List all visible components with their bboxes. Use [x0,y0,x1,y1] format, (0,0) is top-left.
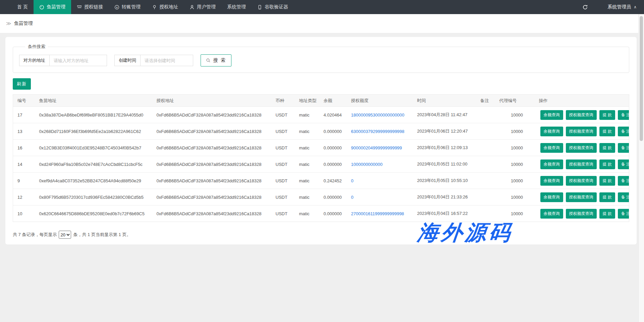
nav-item-label: 首 页 [17,4,28,10]
balance-query-button[interactable]: 余额查询 [540,192,563,202]
cell-balance: 4.020464 [319,107,347,123]
cell-remark [476,140,495,156]
cell-balance: 0.000000 [319,140,347,156]
cell-remark [476,173,495,189]
quota-link[interactable]: 1000000000000 [351,162,383,167]
counterparty-address-input[interactable] [49,55,107,66]
remark-button[interactable]: 备 注 [618,110,629,120]
table-row: 14 0xd24F960aF9a10B5c02e748E7cAcCbd8C11c… [13,156,629,173]
refresh-icon[interactable] [582,4,588,10]
nav-item-auth-address[interactable]: 授权地址 [146,0,184,14]
cell-quota: 0 [347,189,413,205]
remark-button[interactable]: 备 注 [618,192,629,202]
cell-fish-address: 0x268Dd71160F36Ef3b69fd5Ee2a1b62822A961C… [35,123,152,140]
cell-coin: USDT [271,107,295,123]
cell-time: 2023年01月04日 16:57:22 [413,205,476,222]
scrollbar-thumb[interactable] [640,16,643,141]
cell-id: 9 [13,173,35,189]
table-row: 13 0x268Dd71160F36Ef3b69fd5Ee2a1b62822A9… [13,123,629,140]
balance-query-button[interactable]: 余额查询 [540,209,563,219]
nav-item-label: 用户管理 [197,4,216,10]
cell-address-type: matic [295,107,319,123]
quota-query-button[interactable]: 授权额度查询 [566,176,597,186]
nav-item-google-authenticator[interactable]: 谷歌验证器 [252,0,294,14]
table-header-row: 编号 鱼苗地址 授权地址 币种 地址类型 余额 授权额度 时间 备注 代理编号 … [13,95,629,107]
refresh-button[interactable]: 刷新 [13,78,31,90]
quota-query-button[interactable]: 授权额度查询 [566,209,597,219]
cell-address-type: matic [295,140,319,156]
quota-query-button[interactable]: 授权额度查询 [566,127,597,136]
withdraw-button[interactable]: 提 款 [599,209,615,219]
remark-button[interactable]: 备 注 [618,127,629,136]
create-time-group: 创建时间 [114,55,193,66]
pagination: 共 7 条记录，每页显示 20 条，共 1 页当前显示第 1 页。 [13,231,629,239]
user-icon [190,5,195,10]
breadcrumb-label: 鱼苗管理 [14,20,33,27]
remark-button[interactable]: 备 注 [618,143,629,153]
quota-link[interactable]: 1800000953000000000000 [351,112,405,118]
cell-fish-address: 0x12C9B3E03ff4001Ed3E95248B7C45034f0B542… [35,140,152,156]
balance-query-button[interactable]: 余额查询 [540,176,563,186]
remark-button[interactable]: 备 注 [618,176,629,186]
balance-query-button[interactable]: 余额查询 [540,143,563,153]
vertical-scrollbar[interactable] [638,14,644,322]
quota-link[interactable]: 2700001611999999999998 [351,211,404,216]
cell-balance: 0.000000 [319,205,347,222]
search-panel: 条件搜索 对方的地址 创建时间 搜 索 [13,44,629,73]
quota-link[interactable]: 0 [351,178,354,183]
cell-time: 2023年04月28日 11:42:47 [413,107,476,123]
withdraw-button[interactable]: 提 款 [599,159,615,169]
cell-time: 2023年01月05日 11:02:00 [413,156,476,173]
quota-query-button[interactable]: 授权额度查询 [566,159,597,169]
balance-query-button[interactable]: 余额查询 [540,110,563,120]
cell-quota: 2700001611999999999998 [347,205,413,222]
nav-item-fish-management[interactable]: 鱼苗管理 [34,0,71,14]
withdraw-button[interactable]: 提 款 [599,143,615,153]
col-quota: 授权额度 [347,95,413,107]
cell-address-type: matic [295,189,319,205]
cell-id: 16 [13,140,35,156]
balance-query-button[interactable]: 余额查询 [540,159,563,169]
remark-button[interactable]: 备 注 [618,209,629,219]
barcode-icon [77,5,82,10]
nav-item-auth-links[interactable]: 授权链接 [71,0,109,14]
nav-item-home[interactable]: 首 页 [11,0,34,14]
col-remark: 备注 [476,95,495,107]
cell-quota: 6300003792999999999998 [347,123,413,140]
withdraw-button[interactable]: 提 款 [599,127,615,136]
cell-id: 14 [13,156,35,173]
cell-coin: USDT [271,189,295,205]
create-time-input[interactable] [140,55,193,66]
search-button[interactable]: 搜 索 [201,54,231,66]
quota-query-button[interactable]: 授权额度查询 [566,110,597,120]
withdraw-button[interactable]: 提 款 [599,176,615,186]
cell-coin: USDT [271,205,295,222]
withdraw-button[interactable]: 提 款 [599,192,615,202]
nav-item-user-management[interactable]: 用户管理 [184,0,221,14]
nav-item-label: 系统管理 [227,4,246,10]
quota-link[interactable]: 6300003792999999999998 [351,129,405,134]
nav-item-transfer-management[interactable]: ¥ 转账管理 [109,0,146,14]
pagination-text-after: 条，共 1 页当前显示第 1 页。 [73,232,131,238]
cell-auth-address: 0xFd6B6B5ADdCdF328A087a854f23dd9216Ca183… [152,123,271,140]
page-size-select[interactable]: 20 [59,231,71,239]
col-address-type: 地址类型 [295,95,319,107]
cell-balance: 0.000000 [319,189,347,205]
cell-remark [476,189,495,205]
nav-item-system-management[interactable]: 系统管理 [221,0,252,14]
quota-link[interactable]: 900000204999999999999 [351,145,402,150]
quota-query-button[interactable]: 授权额度查询 [566,143,597,153]
withdraw-button[interactable]: 提 款 [599,110,615,120]
user-menu[interactable]: 系统管理员 ∧ [607,4,637,10]
cell-quota: 1000000000000 [347,156,413,173]
quota-query-button[interactable]: 授权额度查询 [566,192,597,202]
quota-link[interactable]: 0 [351,195,354,200]
remark-button[interactable]: 备 注 [618,159,629,169]
cell-balance: 0.242452 [319,173,347,189]
fish-table: 编号 鱼苗地址 授权地址 币种 地址类型 余额 授权额度 时间 备注 代理编号 … [13,94,629,222]
chevron-up-icon: ∧ [634,5,637,9]
cell-address-type: matic [295,156,319,173]
breadcrumb: ≫ 鱼苗管理 [0,14,644,33]
col-id: 编号 [13,95,35,107]
balance-query-button[interactable]: 余额查询 [540,127,563,136]
